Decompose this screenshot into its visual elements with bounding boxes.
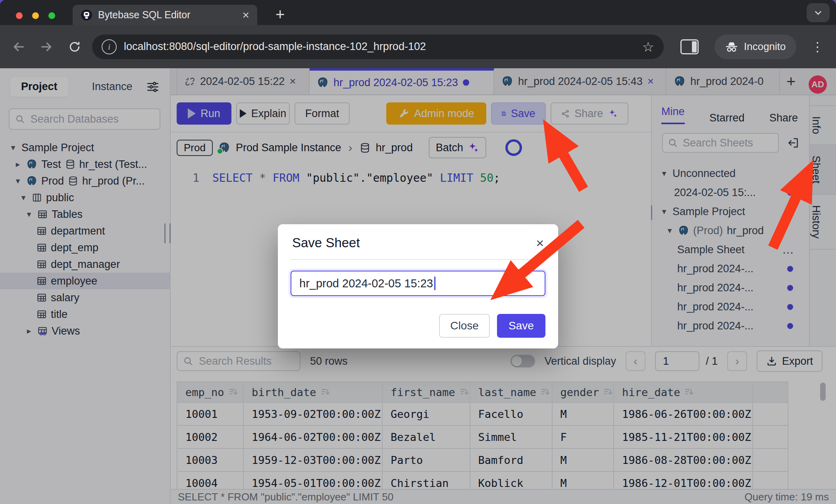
browser-tab[interactable]: Bytebase SQL Editor × [73,5,257,25]
browser-titlebar: Bytebase SQL Editor × + [0,0,836,25]
browser-chrome: Bytebase SQL Editor × + i localhost:8080… [0,0,836,68]
site-info-icon[interactable]: i [102,39,117,54]
traffic-light-close[interactable] [16,12,23,19]
close-button[interactable]: Close [439,314,490,338]
browser-toolbar: i localhost:8080/sql-editor/prod-sample-… [0,25,836,68]
reload-icon[interactable] [68,40,81,53]
bookmark-star-icon[interactable]: ☆ [642,39,654,55]
traffic-light-minimize[interactable] [32,12,39,19]
browser-tab-title: Bytebase SQL Editor [98,9,237,21]
incognito-badge: Incognito [715,35,796,59]
forward-icon[interactable] [40,40,53,54]
back-icon[interactable] [12,40,25,54]
modal-save-button[interactable]: Save [497,314,545,338]
side-panel-icon[interactable] [680,39,699,54]
browser-menu-icon[interactable]: ⋮ [811,39,824,54]
tab-search-button[interactable] [807,3,830,22]
traffic-light-zoom[interactable] [48,12,55,19]
new-browser-tab-button[interactable]: + [275,6,285,23]
incognito-label: Incognito [744,40,786,53]
browser-tab-close-icon[interactable]: × [242,9,249,21]
address-bar[interactable]: i localhost:8080/sql-editor/prod-sample-… [92,35,664,59]
browser-window: Bytebase SQL Editor × + i localhost:8080… [0,0,836,504]
url-text[interactable]: localhost:8080/sql-editor/prod-sample-in… [124,40,635,53]
incognito-icon [725,40,738,54]
modal-divider [291,259,545,260]
close-icon[interactable]: × [536,236,544,250]
bytebase-favicon [81,9,92,21]
text-caret [434,277,435,290]
sheet-name-input[interactable]: hr_prod 2024-02-05 15:23 [291,271,545,296]
chevron-down-icon [813,8,823,18]
save-sheet-modal: Save Sheet × hr_prod 2024-02-05 15:23 Cl… [278,224,558,348]
modal-title: Save Sheet [292,235,360,250]
